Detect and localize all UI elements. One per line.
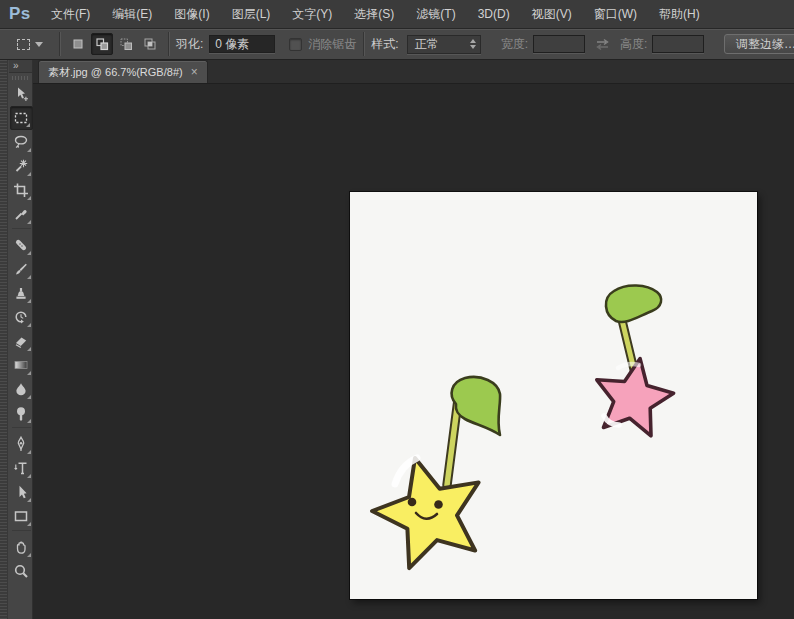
pink-star-sprout	[597, 285, 674, 435]
tool-options-bar: 羽化: 0 像素 消除锯齿 样式: 正常 宽度: 高度: 调整边缘…	[0, 29, 794, 60]
add-to-selection-icon	[95, 37, 109, 51]
crop-tool-icon	[13, 182, 29, 198]
menu-view[interactable]: 视图(V)	[521, 0, 583, 28]
path-selection-tool[interactable]	[10, 480, 33, 504]
collapse-panel-button[interactable]: »	[9, 60, 32, 73]
gradient-tool-icon	[13, 357, 29, 373]
refine-edge-label: 调整边缘…	[736, 36, 794, 53]
document-tab-title: 素材.jpg @ 66.7%(RGB/8#)	[48, 65, 183, 80]
menu-filter[interactable]: 滤镜(T)	[405, 0, 466, 28]
dodge-tool[interactable]	[10, 401, 33, 425]
eraser-tool-icon	[13, 333, 29, 349]
intersect-selection-icon	[143, 37, 157, 51]
separator	[363, 32, 364, 56]
crop-tool[interactable]	[10, 178, 33, 202]
spot-healing-brush-tool[interactable]	[10, 233, 33, 257]
type-tool-icon	[13, 460, 29, 476]
menu-bar: Ps 文件(F) 编辑(E) 图像(I) 图层(L) 文字(Y) 选择(S) 滤…	[0, 0, 794, 29]
document-canvas[interactable]	[350, 192, 757, 599]
width-input[interactable]	[533, 35, 585, 53]
tools-panel: »	[0, 60, 33, 619]
double-chevron-icon: »	[13, 60, 19, 71]
separator	[168, 32, 169, 56]
blur-tool-icon	[13, 381, 29, 397]
tool-preset-picker[interactable]	[8, 33, 52, 55]
refine-edge-button[interactable]: 调整边缘…	[724, 34, 794, 54]
history-brush-icon	[13, 309, 29, 325]
photoshop-window: Ps 文件(F) 编辑(E) 图像(I) 图层(L) 文字(Y) 选择(S) 滤…	[0, 0, 794, 619]
panel-grip[interactable]	[12, 76, 28, 80]
style-value: 正常	[415, 36, 470, 53]
lasso-tool-icon	[13, 134, 29, 150]
path-selection-icon	[13, 484, 29, 500]
rectangle-tool[interactable]	[10, 504, 33, 528]
menu-type[interactable]: 文字(Y)	[281, 0, 343, 28]
menu-help[interactable]: 帮助(H)	[648, 0, 711, 28]
rectangular-marquee-tool[interactable]	[10, 106, 33, 130]
close-tab-icon[interactable]: ×	[191, 66, 198, 78]
feather-label: 羽化:	[176, 36, 203, 53]
selection-mode-group	[67, 33, 161, 55]
marquee-preset-icon	[17, 39, 30, 50]
healing-brush-icon	[13, 237, 29, 253]
type-tool[interactable]	[10, 456, 33, 480]
new-selection-icon	[71, 37, 85, 51]
subtract-from-selection-icon	[119, 37, 133, 51]
new-selection-button[interactable]	[67, 33, 89, 55]
height-input[interactable]	[652, 35, 704, 53]
clone-stamp-tool[interactable]	[10, 281, 33, 305]
rectangular-marquee-icon	[13, 110, 29, 126]
menu-3d[interactable]: 3D(D)	[467, 0, 521, 28]
move-tool-icon	[13, 86, 29, 102]
menu-layer[interactable]: 图层(L)	[221, 0, 282, 28]
add-to-selection-button[interactable]	[91, 33, 113, 55]
menu-select[interactable]: 选择(S)	[343, 0, 405, 28]
feather-value: 0 像素	[215, 36, 249, 53]
history-brush-tool[interactable]	[10, 305, 33, 329]
zoom-tool[interactable]	[10, 559, 33, 583]
width-label: 宽度:	[501, 36, 528, 53]
rectangle-tool-icon	[13, 508, 29, 524]
menu-image[interactable]: 图像(I)	[163, 0, 220, 28]
yellow-star-left-eye	[408, 498, 417, 507]
eraser-tool[interactable]	[10, 329, 33, 353]
antialias-checkbox[interactable]	[289, 38, 302, 51]
document-tab[interactable]: 素材.jpg @ 66.7%(RGB/8#) ×	[38, 60, 208, 83]
pen-tool-icon	[13, 436, 29, 452]
zoom-tool-icon	[13, 563, 29, 579]
hand-tool[interactable]	[10, 535, 33, 559]
document-tab-bar: 素材.jpg @ 66.7%(RGB/8#) ×	[33, 60, 794, 84]
brush-tool-icon	[13, 261, 29, 277]
gradient-tool[interactable]	[10, 353, 33, 377]
yellow-star-right-eye	[434, 500, 443, 509]
panel-edge-grip[interactable]	[0, 60, 8, 619]
swap-width-height-icon[interactable]	[594, 38, 611, 51]
menu-edit[interactable]: 编辑(E)	[101, 0, 163, 28]
move-tool[interactable]	[10, 82, 33, 106]
main-area: »	[0, 60, 794, 619]
canvas-work-area	[33, 84, 794, 618]
separator	[59, 32, 60, 56]
dodge-tool-icon	[13, 405, 29, 421]
magic-wand-icon	[13, 158, 29, 174]
pen-tool[interactable]	[10, 432, 33, 456]
chevron-down-icon	[35, 42, 43, 47]
photoshop-logo-icon: Ps	[0, 4, 40, 24]
magic-wand-tool[interactable]	[10, 154, 33, 178]
eyedropper-tool[interactable]	[10, 202, 33, 226]
lasso-tool[interactable]	[10, 130, 33, 154]
hand-tool-icon	[13, 539, 29, 555]
brush-tool[interactable]	[10, 257, 33, 281]
blur-tool[interactable]	[10, 377, 33, 401]
eyedropper-icon	[13, 206, 29, 222]
feather-input[interactable]: 0 像素	[209, 35, 275, 53]
spinner-arrows-icon	[470, 39, 476, 49]
menu-file[interactable]: 文件(F)	[40, 0, 101, 28]
intersect-selection-button[interactable]	[139, 33, 161, 55]
menu-window[interactable]: 窗口(W)	[583, 0, 648, 28]
antialias-label: 消除锯齿	[308, 36, 356, 53]
style-label: 样式:	[371, 36, 398, 53]
clone-stamp-icon	[13, 285, 29, 301]
style-dropdown[interactable]: 正常	[407, 35, 481, 54]
subtract-from-selection-button[interactable]	[115, 33, 137, 55]
